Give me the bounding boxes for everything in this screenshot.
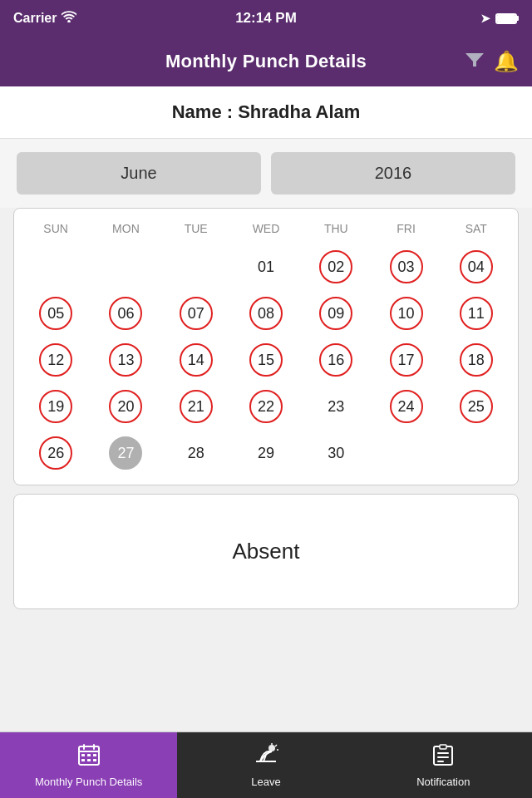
calendar-day[interactable]: 16	[301, 338, 371, 382]
tab-notification-icon	[432, 743, 454, 772]
month-selector[interactable]: June	[17, 152, 261, 195]
location-icon: ➤	[480, 12, 490, 25]
year-selector[interactable]: 2016	[271, 152, 515, 195]
svg-rect-8	[81, 759, 85, 761]
calendar-day[interactable]: 10	[371, 292, 441, 335]
calendar-day	[371, 431, 441, 475]
calendar-day[interactable]: 08	[231, 292, 301, 335]
calendar-day[interactable]: 04	[441, 245, 511, 288]
weekday-tue: TUE	[161, 219, 231, 239]
calendar-day[interactable]: 27	[91, 431, 160, 475]
tab-punch-label: Monthly Punch Details	[35, 776, 142, 788]
status-bar: Carrier 12:14 PM ➤	[0, 0, 532, 37]
calendar-day[interactable]: 23	[301, 385, 371, 428]
calendar-day[interactable]: 13	[91, 338, 160, 382]
absent-section: Absent	[13, 494, 519, 609]
calendar-day[interactable]: 07	[161, 292, 231, 335]
calendar-day[interactable]: 26	[21, 431, 91, 475]
bell-icon[interactable]: 🔔	[494, 50, 519, 73]
tab-leave[interactable]: Leave	[177, 732, 354, 798]
header-title: Monthly Punch Details	[165, 51, 367, 72]
weekday-mon: MON	[91, 219, 160, 239]
calendar-weekdays: SUN MON TUE WED THU FRI SAT	[21, 219, 511, 239]
calendar-day[interactable]: 11	[441, 292, 511, 335]
weekday-fri: FRI	[371, 219, 441, 239]
tab-leave-icon	[254, 743, 278, 772]
svg-rect-6	[87, 754, 91, 756]
calendar-day[interactable]: 21	[161, 385, 231, 428]
calendar-day[interactable]: 02	[301, 245, 371, 288]
calendar-day	[21, 245, 91, 288]
svg-marker-0	[466, 53, 484, 66]
battery-icon	[495, 13, 519, 24]
calendar-day[interactable]: 17	[371, 338, 441, 382]
weekday-thu: THU	[301, 219, 371, 239]
selectors: June 2016	[0, 139, 532, 208]
status-time: 12:14 PM	[235, 10, 297, 27]
header-icons: 🔔	[466, 50, 519, 73]
weekday-sat: SAT	[441, 219, 511, 239]
svg-rect-10	[93, 759, 96, 761]
carrier-label: Carrier	[13, 11, 57, 26]
calendar-day[interactable]: 06	[91, 292, 160, 335]
status-bar-right: ➤	[480, 12, 519, 25]
calendar: SUN MON TUE WED THU FRI SAT 010203040506…	[13, 208, 519, 485]
calendar-day	[441, 431, 511, 475]
weekday-sun: SUN	[21, 219, 91, 239]
calendar-day[interactable]: 15	[231, 338, 301, 382]
calendar-day[interactable]: 01	[231, 245, 301, 288]
name-section: Name : Shradha Alam	[0, 86, 532, 139]
svg-rect-18	[440, 745, 446, 749]
calendar-day[interactable]: 19	[21, 385, 91, 428]
calendar-day[interactable]: 30	[301, 431, 371, 475]
tab-punch-icon	[77, 743, 101, 772]
calendar-day[interactable]: 24	[371, 385, 441, 428]
calendar-day[interactable]: 29	[231, 431, 301, 475]
status-bar-left: Carrier	[13, 11, 76, 26]
calendar-day[interactable]: 18	[441, 338, 511, 382]
tab-notification-label: Notification	[416, 776, 470, 788]
svg-rect-9	[87, 759, 91, 761]
svg-rect-7	[93, 754, 96, 756]
calendar-day[interactable]: 14	[161, 338, 231, 382]
tab-leave-label: Leave	[251, 776, 280, 788]
calendar-day	[91, 245, 160, 288]
calendar-day[interactable]: 28	[161, 431, 231, 475]
app-header: Monthly Punch Details 🔔	[0, 37, 532, 86]
employee-name: Name : Shradha Alam	[172, 101, 361, 122]
wifi-icon	[62, 11, 76, 26]
calendar-body: 0102030405060708091011121314151617181920…	[21, 245, 511, 475]
calendar-day[interactable]: 09	[301, 292, 371, 335]
tab-notification[interactable]: Notification	[355, 732, 532, 798]
tab-bar: Monthly Punch Details Leave	[0, 732, 532, 798]
calendar-day	[161, 245, 231, 288]
filter-icon[interactable]	[466, 53, 484, 70]
calendar-day[interactable]: 22	[231, 385, 301, 428]
calendar-day[interactable]: 25	[441, 385, 511, 428]
calendar-day[interactable]: 05	[21, 292, 91, 335]
absent-label: Absent	[233, 539, 300, 564]
calendar-day[interactable]: 12	[21, 338, 91, 382]
calendar-day[interactable]: 03	[371, 245, 441, 288]
calendar-day[interactable]: 20	[91, 385, 160, 428]
tab-punch[interactable]: Monthly Punch Details	[0, 732, 177, 798]
svg-rect-5	[81, 754, 85, 756]
weekday-wed: WED	[231, 219, 301, 239]
svg-line-15	[275, 745, 277, 746]
